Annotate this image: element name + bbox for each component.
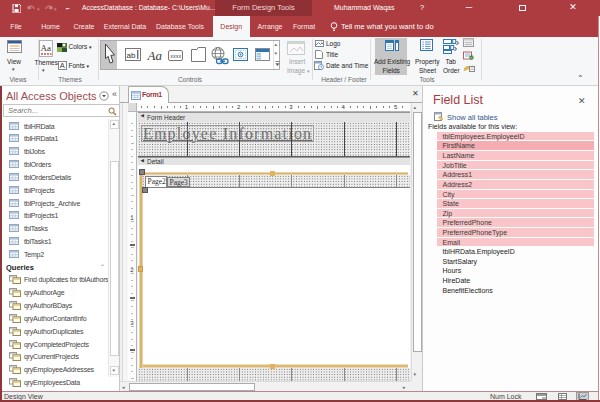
svg-text:xxxx: xxxx	[170, 53, 181, 59]
svg-text:Aa: Aa	[41, 43, 52, 53]
svg-text:ab: ab	[126, 51, 135, 60]
svg-text:A: A	[59, 61, 64, 70]
